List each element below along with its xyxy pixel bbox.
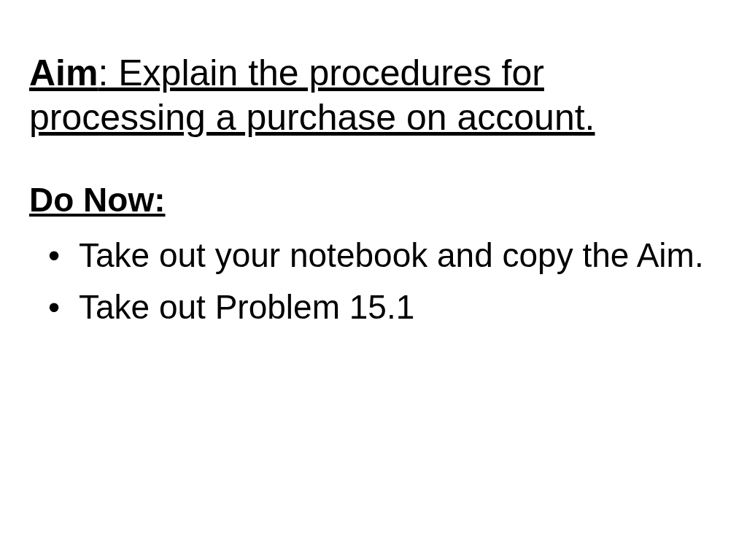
list-item: Take out Problem 15.1 <box>29 286 718 329</box>
do-now-list: Take out your notebook and copy the Aim.… <box>29 234 718 329</box>
slide-title: Aim: Explain the procedures for processi… <box>29 51 718 140</box>
do-now-heading: Do Now: <box>29 180 718 219</box>
title-label-rest: : Explain the procedures for processing … <box>29 52 595 138</box>
list-item: Take out your notebook and copy the Aim. <box>29 234 718 277</box>
title-label-bold: Aim <box>29 52 98 93</box>
